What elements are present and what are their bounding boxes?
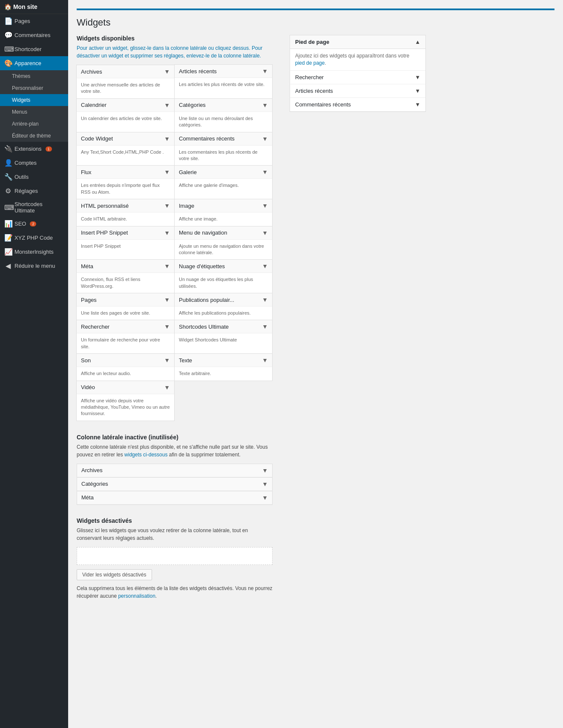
monsterinsights-icon: 📈 bbox=[4, 248, 12, 256]
widget-flux-header[interactable]: Flux ▼ bbox=[77, 166, 174, 179]
widget-meta-desc: Connexion, flux RSS et liens WordPress.o… bbox=[77, 273, 174, 293]
widget-meta-header[interactable]: Méta ▼ bbox=[77, 260, 174, 273]
widget-articles-header[interactable]: Articles récents ▼ bbox=[175, 65, 272, 78]
inactive-widgets-link[interactable]: widgets ci-dessous bbox=[124, 452, 167, 458]
widget-rechercher-header[interactable]: Rechercher ▼ bbox=[77, 320, 174, 333]
widget-image-header[interactable]: Image ▼ bbox=[175, 199, 272, 212]
widget-code-widget[interactable]: Code Widget ▼ Any Text,Short Code,HTML,P… bbox=[76, 132, 175, 166]
widget-calendrier[interactable]: Calendrier ▼ Un calendrier des articles … bbox=[76, 98, 175, 132]
widget-video[interactable]: Vidéo ▼ Affiche une vidéo depuis votre m… bbox=[76, 381, 175, 421]
sidebar-label-commentaires: Commentaires bbox=[14, 32, 51, 38]
widget-archives[interactable]: Archives ▼ Une archive mensuelle des art… bbox=[76, 65, 175, 99]
inactive-widget-meta[interactable]: Méta ▼ bbox=[77, 491, 273, 505]
sidebar-item-shortcodes-ultimate[interactable]: ⌨ Shortcodes Ultimate bbox=[0, 198, 68, 217]
pied-widget-commentaires[interactable]: Commentaires récents ▼ bbox=[290, 98, 425, 112]
extensions-icon: 🔌 bbox=[4, 145, 12, 153]
widget-categories-header[interactable]: Catégories ▼ bbox=[175, 99, 272, 112]
widget-galerie[interactable]: Galerie ▼ Affiche une galerie d'images. bbox=[174, 165, 273, 199]
sidebar-item-xyz[interactable]: 📝 XYZ PHP Code bbox=[0, 231, 68, 245]
inactive-archives-header[interactable]: Archives ▼ bbox=[77, 464, 272, 477]
comptes-label: Comptes bbox=[14, 160, 37, 166]
widget-rechercher[interactable]: Rechercher ▼ Un formulaire de recherche … bbox=[76, 320, 175, 354]
themes-label: Thèmes bbox=[12, 73, 30, 79]
clear-warning: Cela supprimera tous les éléments de la … bbox=[77, 585, 273, 600]
personalisation-link[interactable]: personnalisation bbox=[118, 593, 155, 599]
widget-su-header[interactable]: Shortcodes Ultimate ▼ bbox=[175, 320, 272, 333]
widget-pages-title: Pages bbox=[81, 297, 97, 303]
widget-meta[interactable]: Méta ▼ Connexion, flux RSS et liens Word… bbox=[76, 259, 175, 293]
widget-nuage-header[interactable]: Nuage d'étiquettes ▼ bbox=[175, 260, 272, 273]
inactive-section: Colonne latérale inactive (inutilisée) C… bbox=[77, 434, 273, 505]
sidebar-item-shortcoder[interactable]: ⌨ Shortcoder bbox=[0, 42, 68, 56]
widget-pages-header[interactable]: Pages ▼ bbox=[77, 293, 174, 307]
outils-label: Outils bbox=[14, 174, 29, 180]
pied-title: Pied de page bbox=[295, 39, 329, 45]
widget-insert-php-header[interactable]: Insert PHP Snippet ▼ bbox=[77, 226, 174, 240]
widget-pages[interactable]: Pages ▼ Une liste des pages de votre sit… bbox=[76, 293, 175, 320]
inactive-meta-header[interactable]: Méta ▼ bbox=[77, 491, 272, 504]
sidebar-item-apparence[interactable]: 🎨 Apparence bbox=[0, 56, 68, 70]
editeur-theme-label: Éditeur de thème bbox=[12, 133, 51, 139]
sidebar-item-editeur-theme[interactable]: Éditeur de thème bbox=[0, 130, 68, 142]
sidebar-item-pages[interactable]: 📄 Pages bbox=[0, 14, 68, 28]
widget-flux[interactable]: Flux ▼ Les entrées depuis n'importe quel… bbox=[76, 165, 175, 199]
pied-collapse-icon[interactable]: ▲ bbox=[415, 39, 420, 45]
widget-texte-header[interactable]: Texte ▼ bbox=[175, 354, 272, 367]
widget-html-perso[interactable]: HTML personnalisé ▼ Code HTML arbitraire… bbox=[76, 199, 175, 226]
widget-publications[interactable]: Publications populair... ▼ Affiche les p… bbox=[174, 293, 273, 320]
sidebar-item-monsterinsights[interactable]: 📈 MonsterInsights bbox=[0, 245, 68, 259]
widget-calendrier-header[interactable]: Calendrier ▼ bbox=[77, 99, 174, 112]
widget-commentaires-recents[interactable]: Commentaires récents ▼ Les commentaires … bbox=[174, 132, 273, 166]
pied-widget-rechercher[interactable]: Rechercher ▼ bbox=[290, 71, 425, 84]
sidebar-item-outils[interactable]: 🔧 Outils bbox=[0, 170, 68, 184]
personnaliser-label: Personnaliser bbox=[12, 85, 43, 91]
sidebar-item-comptes[interactable]: 👤 Comptes bbox=[0, 156, 68, 170]
sidebar-logo: 🏠 Mon site bbox=[0, 0, 68, 14]
sidebar-item-widgets[interactable]: Widgets bbox=[0, 94, 68, 106]
inactive-widget-archives[interactable]: Archives ▼ bbox=[77, 464, 273, 478]
widget-commentaires-header[interactable]: Commentaires récents ▼ bbox=[175, 132, 272, 146]
widget-categories[interactable]: Catégories ▼ Une liste ou un menu déroul… bbox=[174, 98, 273, 132]
sidebar-item-personnaliser[interactable]: Personnaliser bbox=[0, 82, 68, 94]
widget-publications-header[interactable]: Publications populair... ▼ bbox=[175, 293, 272, 307]
widget-rechercher-expand: ▼ bbox=[164, 323, 170, 330]
pied-widget-articles[interactable]: Articles récents ▼ bbox=[290, 84, 425, 98]
widget-menu-nav[interactable]: Menu de navigation ▼ Ajoute un menu de n… bbox=[174, 226, 273, 260]
clear-widgets-button[interactable]: Vider les widgets désactivés bbox=[77, 569, 152, 580]
laterale-link[interactable]: latérale bbox=[243, 53, 259, 59]
inactive-widget-categories[interactable]: Catégories ▼ bbox=[77, 477, 273, 491]
sidebar-item-extensions[interactable]: 🔌 Extensions 1 bbox=[0, 142, 68, 156]
widget-insert-php[interactable]: Insert PHP Snippet ▼ Insert PHP Snippet bbox=[76, 226, 175, 260]
sidebar: 🏠 Mon site 📄 Pages 💬 Commentaires ⌨ Shor… bbox=[0, 0, 68, 728]
widget-galerie-header[interactable]: Galerie ▼ bbox=[175, 166, 272, 179]
extensions-label: Extensions bbox=[14, 146, 42, 152]
pied-sidebar: Pied de page ▲ Ajoutez ici des widgets q… bbox=[290, 35, 426, 600]
widget-texte-expand: ▼ bbox=[262, 357, 268, 364]
sidebar-item-menus[interactable]: Menus bbox=[0, 106, 68, 118]
sidebar-item-commentaires[interactable]: 💬 Commentaires bbox=[0, 28, 68, 42]
widget-image[interactable]: Image ▼ Affiche une image. bbox=[174, 199, 273, 226]
inactive-categories-header[interactable]: Catégories ▼ bbox=[77, 478, 272, 491]
widget-galerie-desc: Affiche une galerie d'images. bbox=[175, 179, 272, 192]
widget-code-header[interactable]: Code Widget ▼ bbox=[77, 132, 174, 146]
widget-shortcodes-ultimate[interactable]: Shortcodes Ultimate ▼ Widget Shortcodes … bbox=[174, 320, 273, 354]
widget-articles-recents[interactable]: Articles récents ▼ Les articles les plus… bbox=[174, 64, 273, 99]
inactive-meta-expand: ▼ bbox=[262, 494, 268, 501]
widget-son[interactable]: Son ▼ Affiche un lecteur audio. bbox=[76, 353, 175, 381]
sidebar-item-reglages[interactable]: ⚙ Réglages bbox=[0, 184, 68, 198]
widget-son-header[interactable]: Son ▼ bbox=[77, 354, 174, 367]
widget-html-header[interactable]: HTML personnalisé ▼ bbox=[77, 199, 174, 212]
widget-html-desc: Code HTML arbitraire. bbox=[77, 212, 174, 226]
sidebar-item-themes[interactable]: Thèmes bbox=[0, 70, 68, 82]
widget-archives-header[interactable]: Archives ▼ bbox=[77, 65, 174, 78]
widget-nuage[interactable]: Nuage d'étiquettes ▼ Un nuage de vos éti… bbox=[174, 259, 273, 293]
widget-video-header[interactable]: Vidéo ▼ bbox=[77, 381, 174, 394]
sidebar-item-reduire[interactable]: ◀ Réduire le menu bbox=[0, 259, 68, 273]
widget-texte[interactable]: Texte ▼ Texte arbitraire. bbox=[174, 353, 273, 381]
widget-commentaires-title: Commentaires récents bbox=[179, 135, 235, 142]
widget-meta-expand: ▼ bbox=[164, 263, 170, 269]
sidebar-item-arriere-plan[interactable]: Arrière-plan bbox=[0, 118, 68, 130]
pied-de-page-link[interactable]: pied de page bbox=[295, 60, 325, 66]
widget-menu-nav-header[interactable]: Menu de navigation ▼ bbox=[175, 226, 272, 240]
sidebar-item-seo[interactable]: 📊 SEO 2 bbox=[0, 217, 68, 231]
